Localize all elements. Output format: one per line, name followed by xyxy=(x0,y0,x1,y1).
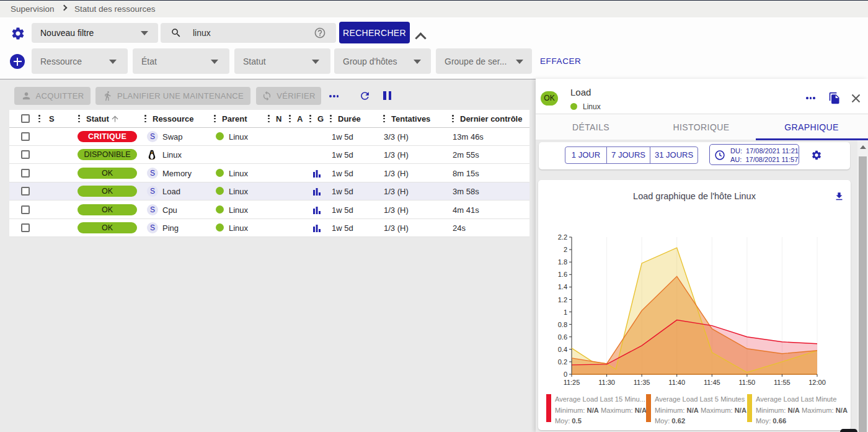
svg-text:0.6: 0.6 xyxy=(558,333,567,341)
svg-text:12:00: 12:00 xyxy=(808,379,826,385)
svg-text:0.8: 0.8 xyxy=(558,321,567,328)
svg-text:11:55: 11:55 xyxy=(774,379,790,385)
svg-text:2.2: 2.2 xyxy=(558,233,567,241)
svg-text:0: 0 xyxy=(564,371,567,378)
svg-text:11:45: 11:45 xyxy=(704,379,720,385)
svg-text:11:25: 11:25 xyxy=(564,379,580,385)
svg-text:11:30: 11:30 xyxy=(598,379,615,385)
svg-text:2: 2 xyxy=(564,246,567,253)
svg-text:11:50: 11:50 xyxy=(739,379,756,385)
svg-text:0.2: 0.2 xyxy=(558,358,567,366)
svg-text:1: 1 xyxy=(564,308,567,316)
svg-text:1.2: 1.2 xyxy=(558,296,567,304)
svg-text:0.4: 0.4 xyxy=(558,346,567,353)
svg-text:11:40: 11:40 xyxy=(668,379,685,385)
svg-text:1.8: 1.8 xyxy=(558,258,567,266)
svg-text:1.4: 1.4 xyxy=(558,283,567,290)
svg-text:1.6: 1.6 xyxy=(558,271,567,278)
svg-text:11:35: 11:35 xyxy=(634,379,650,385)
